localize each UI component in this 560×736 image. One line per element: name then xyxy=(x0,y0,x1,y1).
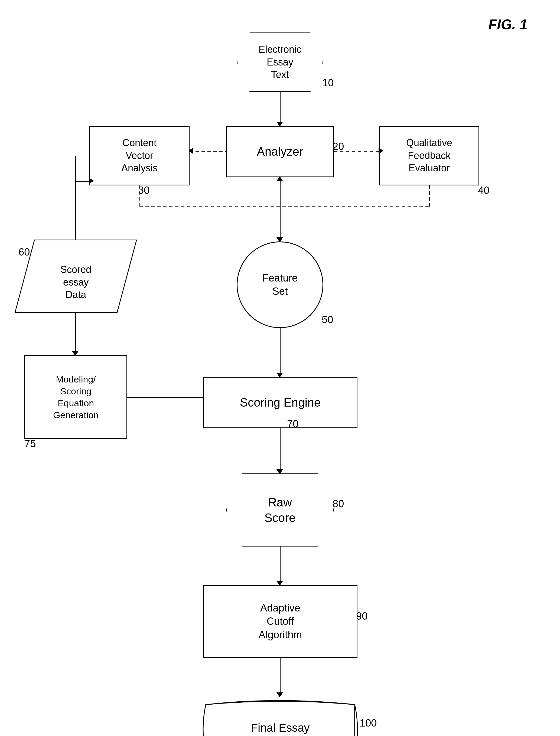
scoring-engine-number: 70 xyxy=(287,418,298,430)
content-vector-label: Content Vector Analysis xyxy=(121,137,158,175)
adaptive-cutoff-number: 90 xyxy=(356,610,367,622)
raw-score-node: Raw Score xyxy=(226,473,334,546)
fig-label: FIG. 1 xyxy=(489,16,528,32)
scoring-engine-node: Scoring Engine xyxy=(203,377,357,428)
arrow-rawscore-to-adaptive xyxy=(280,546,281,582)
arrow-adaptive-to-final xyxy=(280,658,281,693)
content-vector-node: Content Vector Analysis xyxy=(89,126,190,186)
arrow-featureset-to-engine xyxy=(280,328,281,373)
electronic-essay-text-node: Electronic Essay Text xyxy=(237,32,323,92)
dashed-analyzer-to-cva xyxy=(190,151,226,152)
raw-score-number: 80 xyxy=(333,498,344,510)
svg-text:Score: Score xyxy=(265,734,295,736)
final-essay-number: 100 xyxy=(360,717,377,729)
arrow-essay-to-analyzer xyxy=(280,92,281,123)
final-essay-score-node: Final Essay Score xyxy=(200,696,360,736)
qualitative-feedback-label: Qualitative Feedback Evaluator xyxy=(406,137,452,175)
scored-essay-inner: Scored essay Data xyxy=(60,251,91,301)
adaptive-cutoff-label: Adaptive Cutoff Algorithm xyxy=(259,601,302,641)
dashed-cva-bottom xyxy=(139,186,140,207)
feature-set-number: 50 xyxy=(322,314,333,326)
arrowhead-scored-cva xyxy=(89,178,94,184)
modeling-label: Modeling/ Scoring Equation Generation xyxy=(53,373,99,421)
arrow-analyzer-to-featureset xyxy=(280,177,281,238)
line-left-vertical xyxy=(75,156,76,240)
arrow-engine-to-rawscore xyxy=(280,428,281,470)
qualitative-feedback-number: 40 xyxy=(478,185,489,196)
qualitative-feedback-node: Qualitative Feedback Evaluator xyxy=(379,126,479,186)
dashed-bottom-line xyxy=(139,206,429,207)
svg-text:Final Essay: Final Essay xyxy=(251,721,310,734)
modeling-number: 75 xyxy=(24,438,36,449)
modeling-node: Modeling/ Scoring Equation Generation xyxy=(24,355,127,439)
analyzer-node: Analyzer xyxy=(226,126,334,177)
dashed-qfe-bottom xyxy=(429,186,430,207)
scored-essay-label: Scored essay Data xyxy=(60,264,91,301)
arrowhead-dashed-cva xyxy=(188,148,193,154)
electronic-essay-number: 10 xyxy=(322,77,334,89)
electronic-essay-text-label: Electronic Essay Text xyxy=(259,43,301,81)
arrowhead-dashed-qfe xyxy=(379,148,383,154)
scoring-engine-label: Scoring Engine xyxy=(240,395,321,410)
arrow-scored-to-modeling xyxy=(75,313,76,352)
raw-score-label: Raw Score xyxy=(265,494,296,525)
dashed-analyzer-to-qfe xyxy=(334,151,379,152)
feature-set-node: Feature Set xyxy=(237,242,323,328)
analyzer-label: Analyzer xyxy=(257,144,303,159)
scored-essay-node: Scored essay Data xyxy=(15,240,137,313)
scored-essay-number: 60 xyxy=(18,246,30,258)
adaptive-cutoff-node: Adaptive Cutoff Algorithm xyxy=(203,585,357,658)
feature-set-label: Feature Set xyxy=(262,272,298,298)
arrow-scored-to-cva xyxy=(75,181,90,182)
